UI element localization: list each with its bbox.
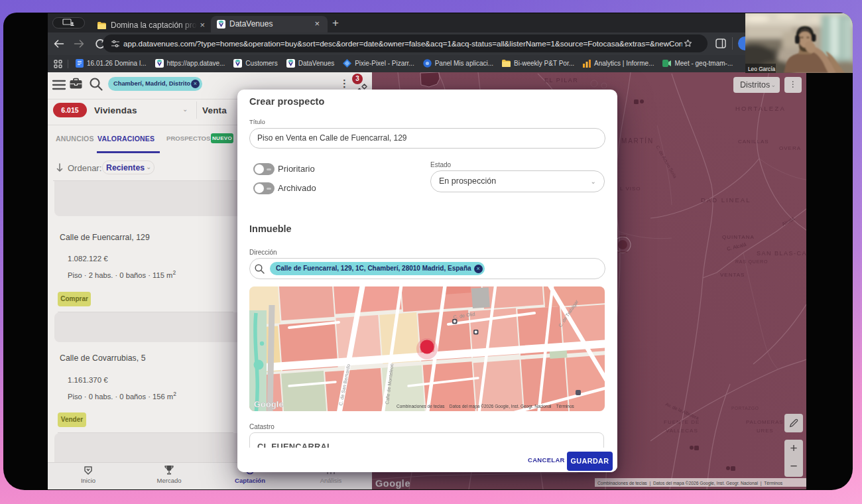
svg-text:MARTÍN: MARTÍN bbox=[621, 137, 654, 145]
svg-text:Combinaciones de teclas Dat: Combinaciones de teclas Datos del mapa ©… bbox=[397, 404, 575, 409]
svg-text:HORTALEZA: HORTALEZA bbox=[735, 105, 786, 112]
svg-text:URES: URES bbox=[757, 428, 773, 434]
svg-text:Combinaciones de teclas | Da: Combinaciones de teclas | Datos del mapa… bbox=[597, 481, 783, 486]
svg-text:Leo García: Leo García bbox=[748, 66, 775, 72]
svg-text:EL PILAR: EL PILAR bbox=[544, 77, 578, 84]
svg-text:RAS QUERO: RAS QUERO bbox=[735, 259, 768, 265]
svg-text:OVERA: OVERA bbox=[779, 145, 801, 151]
svg-text:VENTAS: VENTAS bbox=[720, 272, 745, 278]
svg-text:Google: Google bbox=[375, 478, 410, 489]
svg-text:FUENTE DE: FUENTE DE bbox=[664, 419, 700, 425]
svg-text:VALLECAS: VALLECAS bbox=[666, 428, 698, 434]
svg-text:L VISO: L VISO bbox=[620, 186, 641, 192]
svg-text:SAN BLAS-CA: SAN BLAS-CA bbox=[757, 250, 806, 257]
svg-text:DAD LINEAL: DAD LINEAL bbox=[701, 196, 751, 204]
svg-text:Google: Google bbox=[254, 400, 284, 409]
svg-text:CANILLAS: CANILLAS bbox=[738, 139, 769, 145]
svg-text:PORTAZGO: PORTAZGO bbox=[731, 406, 759, 410]
svg-text:QUINTANA: QUINTANA bbox=[722, 234, 755, 240]
svg-text:PALOMERAS: PALOMERAS bbox=[746, 419, 783, 425]
